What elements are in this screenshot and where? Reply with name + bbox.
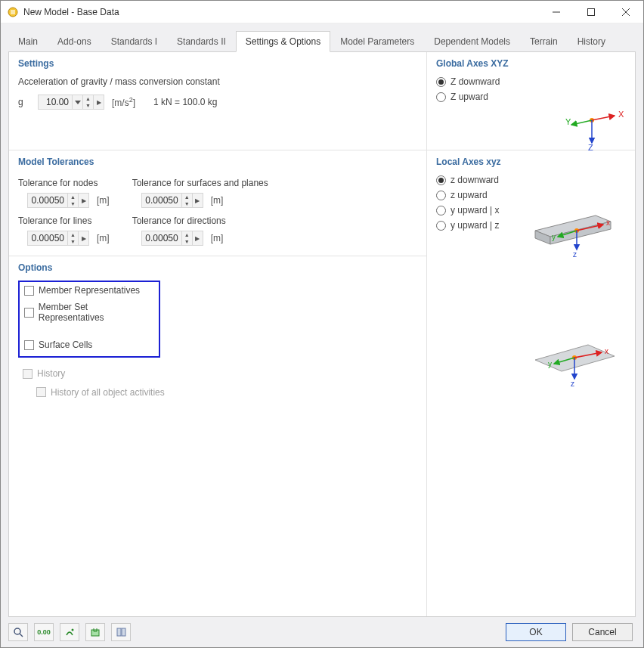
tol-surfaces-unit: [m]: [211, 195, 224, 206]
history-all-checkbox: History of all object activities: [36, 387, 165, 398]
surface-cells-checkbox[interactable]: Surface Cells: [24, 340, 154, 350]
close-button[interactable]: [608, 1, 643, 23]
svg-line-28: [20, 634, 23, 637]
z-upward-radio[interactable]: Z upward: [436, 91, 626, 102]
svg-text:y: y: [548, 360, 552, 368]
footer-tool-2[interactable]: 0.00: [34, 623, 54, 641]
content-area: Settings Acceleration of gravity / mass …: [8, 51, 636, 617]
gravity-label: Acceleration of gravity / mass conversio…: [18, 76, 417, 87]
app-icon: [7, 6, 19, 18]
options-section: Options Member Representatives Member Se…: [9, 256, 426, 616]
g-spin-buttons[interactable]: ▲▼: [83, 95, 94, 110]
tol-lines-label: Tolerance for lines: [18, 215, 110, 226]
options-title: Options: [18, 262, 417, 273]
g-play-button[interactable]: ▶: [94, 95, 104, 110]
local-axes-title: Local Axes xyz: [436, 157, 626, 167]
settings-section: Settings Acceleration of gravity / mass …: [9, 52, 426, 150]
footer-tool-1[interactable]: [8, 623, 28, 641]
tol-lines-value[interactable]: 0.00050: [27, 231, 68, 246]
tol-nodes-value[interactable]: 0.00050: [27, 193, 68, 208]
local-z-down-radio[interactable]: z downward: [436, 175, 626, 185]
model-tolerances-title: Model Tolerances: [18, 157, 417, 167]
titlebar: New Model - Base Data: [1, 1, 643, 23]
svg-point-29: [72, 629, 74, 631]
footer-tool-4[interactable]: [85, 623, 105, 641]
tol-directions-spinner[interactable]: 0.00050 ▲▼ ▶: [141, 231, 203, 246]
tol-directions-label: Tolerance for directions: [132, 215, 268, 226]
svg-line-8: [571, 120, 592, 125]
local-y-up-x-radio[interactable]: y upward | x: [436, 205, 626, 215]
tab-strip: Main Add-ons Standards I Standards II Se…: [8, 31, 636, 52]
tab-standards-1[interactable]: Standards I: [101, 31, 167, 52]
member-set-rep-checkbox[interactable]: Member Set Representatives: [24, 302, 154, 323]
local-axes-section: Local Axes xyz z downward z upward y upw…: [427, 150, 635, 616]
footer: 0.00 OK Cancel: [8, 623, 636, 643]
tab-settings-options[interactable]: Settings & Options: [236, 31, 330, 52]
global-axes-icon: X Y Z: [550, 107, 626, 152]
tab-dependent-models[interactable]: Dependent Models: [424, 31, 520, 52]
tab-model-parameters[interactable]: Model Parameters: [330, 31, 424, 52]
svg-text:x: x: [606, 219, 610, 227]
tol-nodes-unit: [m]: [97, 195, 110, 206]
tol-surfaces-value[interactable]: 0.00050: [141, 193, 182, 208]
tol-lines-unit: [m]: [97, 233, 110, 243]
minimize-button[interactable]: [539, 1, 574, 23]
footer-tool-3[interactable]: [60, 623, 79, 641]
cancel-button[interactable]: Cancel: [572, 623, 633, 641]
svg-text:y: y: [552, 233, 556, 241]
svg-rect-32: [122, 628, 125, 636]
tol-surfaces-spinner[interactable]: 0.00050 ▲▼ ▶: [141, 193, 203, 208]
footer-tool-5[interactable]: [111, 623, 131, 641]
window: New Model - Base Data Main Add-ons Stand…: [0, 0, 644, 648]
svg-text:z: z: [571, 380, 574, 388]
g-unit: [m/s2]: [112, 96, 135, 108]
settings-title: Settings: [18, 58, 417, 69]
svg-text:z: z: [573, 250, 577, 259]
svg-text:X: X: [618, 110, 624, 119]
local-z-up-radio[interactable]: z upward: [436, 190, 626, 200]
tol-lines-spinner[interactable]: 0.00050 ▲▼ ▶: [27, 231, 89, 246]
tab-main[interactable]: Main: [8, 31, 48, 52]
svg-rect-1: [11, 10, 15, 14]
global-axes-title: Global Axes XYZ: [436, 58, 626, 69]
tab-terrain[interactable]: Terrain: [520, 31, 568, 52]
svg-rect-30: [91, 630, 99, 636]
svg-rect-31: [117, 628, 121, 636]
svg-text:x: x: [605, 347, 608, 355]
window-title: New Model - Base Data: [23, 7, 539, 17]
g-value[interactable]: 10.00: [38, 95, 73, 110]
g-symbol: g: [18, 97, 33, 107]
tab-history[interactable]: History: [568, 31, 615, 52]
tol-nodes-spinner[interactable]: 0.00050 ▲▼ ▶: [27, 193, 89, 208]
svg-point-27: [14, 628, 20, 634]
window-buttons: [539, 1, 643, 23]
history-checkbox[interactable]: History: [23, 368, 65, 379]
maximize-button[interactable]: [574, 1, 608, 23]
member-rep-checkbox[interactable]: Member Representatives: [24, 285, 154, 296]
right-column: Global Axes XYZ Z downward Z upward: [427, 52, 635, 616]
tol-nodes-label: Tolerance for nodes: [18, 178, 110, 188]
global-axes-section: Global Axes XYZ Z downward Z upward: [427, 52, 635, 150]
kn-conversion: 1 kN = 100.0 kg: [153, 97, 217, 107]
svg-line-7: [592, 116, 615, 120]
g-value-spinner[interactable]: 10.00 ▲▼ ▶: [38, 95, 104, 110]
tab-standards-2[interactable]: Standards II: [167, 31, 236, 52]
svg-rect-3: [588, 8, 595, 15]
tab-add-ons[interactable]: Add-ons: [48, 31, 101, 52]
tol-directions-unit: [m]: [211, 233, 224, 243]
options-highlight-box: Member Representatives Member Set Repres…: [18, 281, 160, 358]
tol-directions-value[interactable]: 0.00050: [141, 231, 182, 246]
ok-button[interactable]: OK: [506, 623, 566, 641]
model-tolerances-section: Model Tolerances Tolerance for nodes 0.0…: [9, 150, 426, 256]
g-dropdown-icon[interactable]: [73, 95, 83, 110]
tol-surfaces-label: Tolerance for surfaces and planes: [132, 178, 268, 188]
svg-text:Y: Y: [565, 117, 571, 126]
left-column: Settings Acceleration of gravity / mass …: [9, 52, 427, 616]
plane-axes-icon: x y z: [520, 326, 626, 394]
dialog-body: Main Add-ons Standards I Standards II Se…: [1, 23, 643, 647]
z-downward-radio[interactable]: Z downward: [436, 76, 626, 87]
